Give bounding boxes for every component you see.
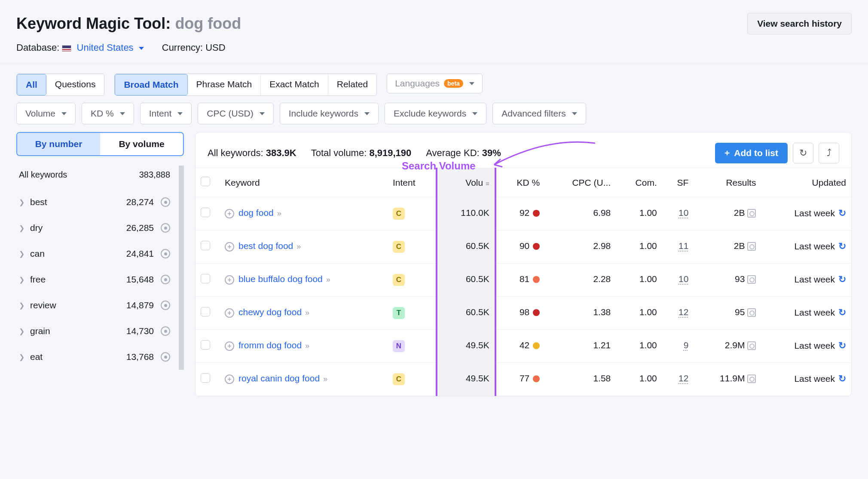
eye-icon[interactable]: [161, 275, 170, 284]
refresh-icon[interactable]: ↻: [838, 340, 846, 351]
serp-icon[interactable]: [747, 209, 756, 218]
sidebar-item-best[interactable]: ❯best28,274: [16, 189, 173, 215]
refresh-icon[interactable]: ↻: [838, 208, 846, 218]
keyword-link[interactable]: best dog food: [238, 241, 293, 251]
expand-icon[interactable]: +: [225, 242, 234, 252]
col-intent[interactable]: Intent: [388, 168, 437, 197]
kd-cell: 90: [495, 230, 545, 264]
keyword-link[interactable]: fromm dog food: [238, 340, 302, 350]
col-com[interactable]: Com.: [616, 168, 662, 197]
row-checkbox[interactable]: [201, 274, 210, 283]
expand-icon[interactable]: +: [225, 308, 234, 318]
row-checkbox[interactable]: [201, 208, 210, 217]
col-keyword[interactable]: Keyword: [220, 168, 388, 197]
tab-phrase-match[interactable]: Phrase Match: [188, 74, 261, 95]
refresh-icon[interactable]: ↻: [838, 241, 846, 252]
sf-cell[interactable]: 12: [679, 307, 688, 317]
chevron-down-icon: [120, 112, 125, 115]
export-button[interactable]: ⤴: [819, 143, 839, 163]
chevron-down-icon: [572, 112, 577, 115]
sidebar-item-count: 13,768: [126, 352, 154, 362]
double-chevron-icon[interactable]: »: [277, 209, 281, 218]
refresh-icon[interactable]: ↻: [838, 307, 846, 318]
tab-all[interactable]: All: [17, 74, 46, 95]
expand-icon[interactable]: +: [225, 341, 234, 351]
sf-cell[interactable]: 10: [679, 274, 688, 284]
expand-icon[interactable]: +: [225, 209, 234, 218]
eye-icon[interactable]: [161, 352, 170, 362]
serp-icon[interactable]: [747, 308, 756, 317]
sf-cell[interactable]: 12: [679, 373, 688, 383]
serp-icon[interactable]: [747, 375, 756, 383]
refresh-icon[interactable]: ↻: [838, 274, 846, 285]
sidebar-item-free[interactable]: ❯free15,648: [16, 267, 173, 292]
eye-icon[interactable]: [161, 249, 170, 258]
sidebar-item-dry[interactable]: ❯dry26,285: [16, 215, 173, 241]
eye-icon[interactable]: [161, 326, 170, 336]
col-sf[interactable]: SF: [662, 168, 694, 197]
keyword-link[interactable]: royal canin dog food: [238, 373, 320, 383]
sf-cell[interactable]: 9: [684, 340, 689, 350]
refresh-button[interactable]: ↻: [793, 143, 813, 163]
serp-icon[interactable]: [747, 341, 756, 350]
row-checkbox[interactable]: [201, 340, 210, 350]
sf-cell[interactable]: 11: [679, 241, 688, 251]
col-results[interactable]: Results: [694, 168, 761, 197]
double-chevron-icon[interactable]: »: [305, 341, 309, 350]
double-chevron-icon[interactable]: »: [326, 275, 330, 284]
expand-icon[interactable]: +: [225, 275, 234, 285]
table-row: +royal canin dog food»C49.5K771.581.0012…: [196, 363, 851, 396]
filter-cpc-usd-[interactable]: CPC (USD): [198, 103, 274, 124]
eye-icon[interactable]: [161, 223, 170, 233]
refresh-icon[interactable]: ↻: [838, 373, 846, 384]
add-to-list-button[interactable]: +Add to list: [715, 143, 788, 163]
tab-broad-match[interactable]: Broad Match: [115, 74, 187, 95]
sidebar-item-eat[interactable]: ❯eat13,768: [16, 344, 173, 370]
double-chevron-icon[interactable]: »: [305, 308, 309, 317]
sidebar-all-keywords[interactable]: All keywords 383,888: [16, 166, 173, 189]
chevron-down-icon: [177, 112, 183, 115]
expand-icon[interactable]: +: [225, 375, 234, 384]
serp-icon[interactable]: [747, 242, 756, 251]
sort-by-number[interactable]: By number: [17, 133, 100, 155]
sf-cell[interactable]: 10: [679, 208, 688, 218]
col-updated[interactable]: Updated: [761, 168, 851, 197]
sort-by-volume[interactable]: By volume: [100, 133, 183, 155]
eye-icon[interactable]: [161, 197, 170, 207]
col-volume[interactable]: Volu ≡: [437, 168, 495, 197]
filter-kd-[interactable]: KD %: [82, 103, 134, 124]
database-selector[interactable]: Database: United States: [16, 42, 144, 53]
filter-exclude-keywords[interactable]: Exclude keywords: [385, 103, 486, 124]
col-cpc[interactable]: CPC (U...: [545, 168, 616, 197]
us-flag-icon: [62, 45, 71, 52]
chevron-down-icon: [139, 47, 144, 50]
table-row: +chewy dog food»T60.5K981.381.001295Last…: [196, 297, 851, 330]
double-chevron-icon[interactable]: »: [296, 242, 301, 251]
row-checkbox[interactable]: [201, 307, 210, 316]
filter-intent[interactable]: Intent: [140, 103, 192, 124]
eye-icon[interactable]: [161, 301, 170, 310]
tab-related[interactable]: Related: [328, 74, 376, 95]
serp-icon[interactable]: [747, 275, 756, 284]
keyword-link[interactable]: dog food: [238, 208, 274, 218]
row-checkbox[interactable]: [201, 373, 210, 383]
intent-badge: C: [393, 241, 405, 253]
languages-dropdown[interactable]: Languages beta: [387, 74, 483, 93]
all-keywords-value: 383.9K: [266, 147, 296, 158]
sidebar-item-can[interactable]: ❯can24,841: [16, 241, 173, 267]
sidebar-item-count: 24,841: [126, 249, 154, 259]
filter-advanced-filters[interactable]: Advanced filters: [492, 103, 586, 124]
sidebar-item-review[interactable]: ❯review14,879: [16, 292, 173, 318]
col-kd[interactable]: KD %: [495, 168, 545, 197]
keyword-link[interactable]: chewy dog food: [238, 307, 302, 317]
tab-exact-match[interactable]: Exact Match: [261, 74, 328, 95]
sidebar-item-grain[interactable]: ❯grain14,730: [16, 318, 173, 344]
keyword-link[interactable]: blue buffalo dog food: [238, 274, 323, 284]
double-chevron-icon[interactable]: »: [323, 375, 327, 383]
row-checkbox[interactable]: [201, 241, 210, 250]
tab-questions[interactable]: Questions: [46, 74, 104, 95]
view-search-history-button[interactable]: View search history: [747, 13, 852, 34]
filter-volume[interactable]: Volume: [16, 103, 76, 124]
select-all-checkbox[interactable]: [201, 177, 210, 186]
filter-include-keywords[interactable]: Include keywords: [280, 103, 379, 124]
